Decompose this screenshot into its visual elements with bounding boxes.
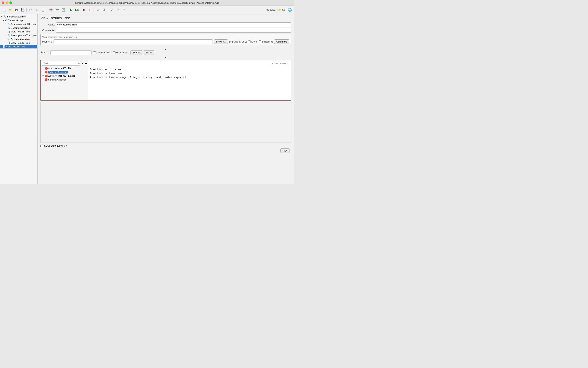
assertion-line-1: Assertion error:false [90,68,289,72]
result-tree-item-json[interactable]: ▼ 🔴 /users/yeshan333 【json】 [42,66,87,70]
comments-label: Comments: [40,29,55,32]
stop-button[interactable]: ⏹ [81,7,86,13]
toolbar-right: 00:00:02 ⚠ 0 0/1 🌐 [267,7,293,13]
filename-input[interactable] [53,39,213,44]
right-panel: View Results Tree Name: Comments: Write … [37,14,294,184]
scroll-down-arrow[interactable]: ▼ [40,56,291,59]
thread-group-icon: ⚙ [5,19,7,22]
remote-stop-button[interactable]: 🖥 [101,7,107,13]
toggle-button[interactable]: 🔄 [60,7,66,13]
chevron-up-icon[interactable]: ▲ [165,48,167,50]
comments-input[interactable] [56,28,291,33]
result-tree-item-yaml[interactable]: ▼ 🔴 /users/yeshan333 【yaml】 [42,74,87,78]
assertion-line-2: Assertion failure:true [90,72,289,75]
start-no-pause-button[interactable]: ▶▷ [74,7,80,13]
open-button[interactable]: 📂 [7,7,13,13]
close-button[interactable] [2,1,4,4]
configure-button[interactable]: Configure [274,39,289,44]
case-sensitive-checkbox[interactable] [93,51,96,54]
name-label: Name: [40,23,55,26]
search-row: Search: Case sensitive Regular exp. Sear… [40,50,291,55]
minimize-button[interactable] [6,1,8,4]
save-button[interactable]: 💾 [20,7,26,13]
scroll-auto-checkbox[interactable] [40,145,43,147]
search-input[interactable] [51,50,91,55]
chevron-down-icon[interactable]: ▼ [42,67,44,69]
content-area: View Results Tree Name: Comments: Write … [37,14,294,184]
shutdown-button[interactable]: ⏸ [87,7,93,13]
sidebar-item-view-results-json[interactable]: 📊 View Results Tree [0,30,37,34]
view-results-json-icon: 📊 [7,30,10,33]
scroll-up-arrow[interactable]: ▲ [40,47,291,50]
global-settings-button[interactable]: 🌐 [287,7,293,13]
main-layout: ▼ 🔧 Schema Assertion ▼ ⚙ Thread Group ▼ … [0,14,294,184]
sidebar-item-yaml-sampler[interactable]: ▼ 🔧 /users/yeshan333 【yaml】 [0,34,37,37]
regular-exp-label[interactable]: Regular exp. [113,51,129,54]
filename-label: Filename [42,40,52,43]
expand-button[interactable]: ➕ [48,7,54,13]
warning-icon: ⚠ [277,9,279,11]
error-icon-schema-json: 🔴 [45,71,48,74]
dropdown-arrow-icon[interactable]: ▼ [82,62,84,64]
main-toolbar: 📄 📂 🗂 💾 ✂ ⎘ 📋 ➕ ➖ 🔄 ▶ ▶▷ ⏹ ⏸ 🖥 🖥 ✔ 𝑓 ? 0… [0,6,294,14]
help-button[interactable]: ? [121,7,127,13]
results-format-select[interactable]: Text [42,61,81,65]
chevron-down-icon[interactable]: ▼ [165,56,167,59]
sidebar-item-schema-assertion-yaml[interactable]: 🔍 Schema Assertion [0,37,37,41]
sidebar-item-schema-assertion-json[interactable]: 🔍 Schema Assertion [0,26,37,30]
json-sampler-icon: 🔧 [8,23,10,26]
function-button[interactable]: 𝑓 [115,7,121,13]
comments-row: Comments: [40,28,291,33]
reset-button[interactable]: Reset [144,50,154,55]
raw-button[interactable]: Raw [280,148,289,153]
run-button[interactable]: ▶ [68,7,74,13]
window-controls[interactable] [2,1,12,4]
errors-checkbox-label[interactable]: Errors [248,40,258,43]
browse-button[interactable]: Browse... [214,39,228,44]
results-container: Text ▼ ▶ ▼ 🔴 /users/yeshan333 【json】 🔴 S… [40,60,291,101]
name-input[interactable] [56,22,291,27]
bottom-results-area [40,102,291,143]
successes-checkbox-label[interactable]: Successes [259,40,273,43]
remote-start-button[interactable]: 🖥 [95,7,100,13]
collapse-button[interactable]: ➖ [54,7,60,13]
assertion-line-3: Assertion failure message:[$.login: stri… [90,75,289,79]
sidebar-item-thread-group[interactable]: ▼ ⚙ Thread Group [0,18,37,22]
result-tree-item-schema-assertion-yaml[interactable]: 🔴 Schema Assertion [42,78,87,82]
name-row: Name: [40,22,291,27]
case-sensitive-label[interactable]: Case sensitive [93,51,111,54]
sidebar-item-label: Schema Assertion [7,15,26,18]
expand-results-icon[interactable]: ▶ [85,62,87,64]
sidebar-item-label: /users/yeshan333 【yaml】 [11,34,37,37]
search-label: Search: [40,51,49,54]
maximize-button[interactable] [9,1,12,4]
regular-exp-checkbox[interactable] [113,51,116,54]
window-title: Schema-Assertion.jmx (/Users/yeshan/oss_… [75,2,219,4]
sidebar-item-label: Schema Assertion [11,27,30,29]
new-button[interactable]: 📄 [1,7,7,13]
schema-assertion-json-icon: 🔍 [7,27,10,29]
result-tree-item-schema-assertion-json[interactable]: 🔴 Schema Assertion [42,70,87,74]
error-icon-schema-yaml: 🔴 [45,78,48,81]
save-template-button[interactable]: 🗂 [14,7,19,13]
sidebar-item-label: View Results Tree [6,45,25,48]
sidebar-item-schema-assertion-root[interactable]: ▼ 🔧 Schema Assertion [0,15,37,18]
error-icon-yaml: 🔴 [45,74,48,77]
title-bar: Schema-Assertion.jmx (/Users/yeshan/oss_… [0,0,294,6]
file-section-title: Write results to file / Read from file [42,36,289,38]
successes-checkbox[interactable] [259,40,261,43]
errors-checkbox[interactable] [248,40,251,43]
page-title: View Results Tree [40,16,291,20]
chevron-down-icon-yaml[interactable]: ▼ [42,75,44,77]
paste-button[interactable]: 📋 [40,7,46,13]
copy-button[interactable]: ⎘ [34,7,40,13]
sidebar-item-label: /users/yeshan333 【json】 [11,23,37,26]
cut-button[interactable]: ✂ [28,7,34,13]
toolbar-separator-4 [94,8,94,12]
enable-disable-button[interactable]: ✔ [109,7,115,13]
sidebar-item-view-results-tree-selected[interactable]: 📊 View Results Tree [0,45,37,48]
search-button[interactable]: Search [131,50,142,55]
sidebar-item-json-sampler[interactable]: ▼ 🔧 /users/yeshan333 【json】 [0,22,37,26]
sidebar-item-view-results-yaml[interactable]: 📊 View Results Tree [0,41,37,45]
results-tree-panel: Text ▼ ▶ ▼ 🔴 /users/yeshan333 【json】 🔴 S… [41,60,88,101]
